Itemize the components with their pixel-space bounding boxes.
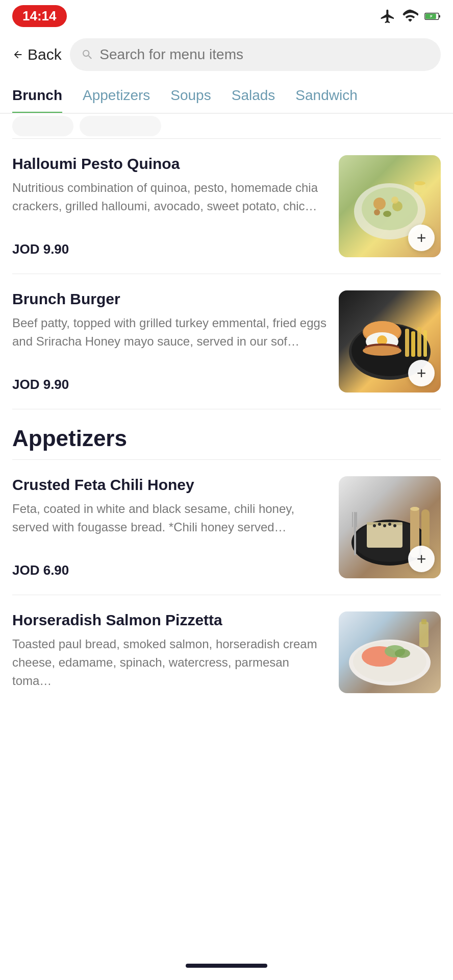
item-description: Toasted paul bread, smoked salmon, horse… xyxy=(12,635,326,690)
menu-item: Brunch Burger Beef patty, topped with gr… xyxy=(0,274,453,409)
svg-point-30 xyxy=(383,524,386,527)
svg-point-28 xyxy=(373,524,376,527)
svg-rect-21 xyxy=(411,331,415,357)
menu-item: Crusted Feta Chili Honey Feta, coated in… xyxy=(0,460,453,595)
search-icon xyxy=(81,48,94,61)
svg-point-9 xyxy=(374,209,380,215)
filter-row xyxy=(0,114,453,138)
item-name: Brunch Burger xyxy=(12,290,326,308)
section-heading: Appetizers xyxy=(0,409,453,459)
svg-point-19 xyxy=(363,346,401,356)
battery-icon xyxy=(424,8,441,24)
svg-rect-38 xyxy=(354,512,355,527)
svg-point-8 xyxy=(391,197,398,204)
svg-point-7 xyxy=(383,211,391,217)
svg-rect-34 xyxy=(410,507,419,511)
item-price: JOD 6.90 xyxy=(12,562,326,578)
food-illustration xyxy=(339,611,441,693)
item-name: Crusted Feta Chili Honey xyxy=(12,476,326,494)
svg-point-32 xyxy=(393,524,396,527)
tab-brunch[interactable]: Brunch xyxy=(12,78,62,114)
status-bar: 14:14 xyxy=(0,0,453,31)
item-price: JOD 9.90 xyxy=(12,241,326,257)
svg-rect-20 xyxy=(405,329,409,357)
item-info: Crusted Feta Chili Honey Feta, coated in… xyxy=(12,476,326,578)
home-indicator xyxy=(186,964,267,968)
add-item-button[interactable]: + xyxy=(408,546,435,572)
status-icons xyxy=(380,8,441,24)
add-item-button[interactable]: + xyxy=(408,225,435,251)
item-info: Brunch Burger Beef patty, topped with gr… xyxy=(12,290,326,393)
item-image-wrap: + xyxy=(339,290,441,393)
category-tabs: Brunch Appetizers Soups Salads Sandwich xyxy=(0,78,453,114)
item-name: Horseradish Salmon Pizzetta xyxy=(12,611,326,629)
add-item-button[interactable]: + xyxy=(408,360,435,386)
airplane-icon xyxy=(380,8,396,24)
item-image-wrap: + xyxy=(339,476,441,578)
item-name: Halloumi Pesto Quinoa xyxy=(12,155,326,173)
back-button[interactable]: Back xyxy=(12,46,62,63)
svg-point-45 xyxy=(395,649,410,658)
svg-rect-2 xyxy=(439,15,440,17)
item-info: Halloumi Pesto Quinoa Nutritious combina… xyxy=(12,155,326,257)
tab-appetizers[interactable]: Appetizers xyxy=(83,78,150,114)
svg-rect-46 xyxy=(419,622,429,647)
item-description: Beef patty, topped with grilled turkey e… xyxy=(12,314,326,351)
item-info: Horseradish Salmon Pizzetta Toasted paul… xyxy=(12,611,326,700)
svg-rect-23 xyxy=(423,330,427,357)
menu-item: Halloumi Pesto Quinoa Nutritious combina… xyxy=(0,139,453,274)
svg-point-5 xyxy=(373,198,386,210)
item-image-wrap: + xyxy=(339,155,441,257)
item-image xyxy=(339,611,441,693)
svg-point-11 xyxy=(414,181,425,185)
item-price: JOD 9.90 xyxy=(12,377,326,393)
tab-sandwich[interactable]: Sandwich xyxy=(295,78,357,114)
search-input[interactable] xyxy=(99,46,430,63)
svg-rect-47 xyxy=(421,619,426,624)
svg-point-31 xyxy=(388,523,391,526)
back-label: Back xyxy=(28,46,62,63)
time-display: 14:14 xyxy=(12,5,67,27)
svg-rect-37 xyxy=(352,512,353,527)
svg-point-4 xyxy=(362,187,418,230)
bottom-bar xyxy=(0,955,453,980)
wifi-icon xyxy=(402,8,418,24)
svg-rect-22 xyxy=(417,327,421,357)
tab-soups[interactable]: Soups xyxy=(170,78,211,114)
back-icon xyxy=(12,49,23,60)
svg-point-29 xyxy=(378,523,381,526)
svg-rect-39 xyxy=(356,512,357,527)
tab-salads[interactable]: Salads xyxy=(232,78,275,114)
header: Back xyxy=(0,31,453,78)
menu-item: Horseradish Salmon Pizzetta Toasted paul… xyxy=(0,595,453,751)
item-description: Feta, coated in white and black sesame, … xyxy=(12,500,326,536)
item-description: Nutritious combination of quinoa, pesto,… xyxy=(12,179,326,215)
search-bar[interactable] xyxy=(70,38,441,71)
item-image-wrap xyxy=(339,611,441,700)
